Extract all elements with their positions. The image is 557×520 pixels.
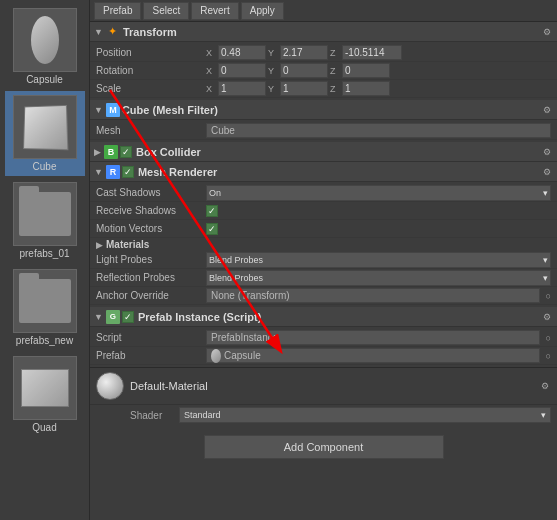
asset-cube[interactable]: Cube — [5, 91, 85, 176]
transform-settings-icon[interactable]: ⚙ — [541, 27, 553, 37]
add-component-button[interactable]: Add Component — [204, 435, 444, 459]
receive-shadows-check[interactable] — [206, 205, 218, 217]
apply-button[interactable]: Apply — [241, 2, 284, 20]
anchor-circle-icon[interactable]: ○ — [546, 291, 551, 301]
script-ref-field[interactable]: PrefabInstance — [206, 330, 540, 345]
y-axis-label: Y — [268, 48, 278, 58]
materials-arrow: ▶ — [96, 240, 103, 250]
prefab-instance-controls: ⚙ — [541, 312, 553, 322]
prefabs-new-thumbnail — [13, 269, 77, 333]
reflection-probes-dropdown[interactable]: Blend Probes ▾ — [206, 270, 551, 286]
shader-arrow: ▾ — [541, 410, 546, 420]
anchor-override-field[interactable]: None (Transform) — [206, 288, 540, 303]
reflection-probes-text: Blend Probes — [209, 273, 263, 283]
asset-prefabs-01[interactable]: prefabs_01 — [5, 178, 85, 263]
scale-x[interactable] — [218, 81, 266, 96]
mesh-filter-title: Cube (Mesh Filter) — [122, 104, 541, 116]
select-button[interactable]: Select — [143, 2, 189, 20]
transform-header[interactable]: ▼ ✦ Transform ⚙ — [90, 22, 557, 42]
prefab-circle-icon[interactable]: ○ — [546, 351, 551, 361]
components-scroll-area[interactable]: ▼ ✦ Transform ⚙ Position X Y Z — [90, 22, 557, 520]
prefab-instance-title: Prefab Instance (Script) — [138, 311, 541, 323]
mesh-renderer-arrow: ▼ — [94, 167, 103, 177]
transform-body: Position X Y Z Rotation X Y — [90, 42, 557, 100]
mesh-renderer-component: ▼ R Mesh Renderer ⚙ Cast Shadows On ▾ — [90, 162, 557, 307]
mesh-filter-settings-icon[interactable]: ⚙ — [541, 105, 553, 115]
box-collider-enable[interactable] — [120, 146, 132, 158]
prefab-instance-header[interactable]: ▼ G Prefab Instance (Script) ⚙ — [90, 307, 557, 327]
material-settings-icon[interactable]: ⚙ — [539, 381, 551, 391]
material-name: Default-Material — [130, 380, 208, 392]
rotation-z[interactable] — [342, 63, 390, 78]
material-info: Default-Material — [130, 380, 533, 392]
box-collider-title: Box Collider — [136, 146, 541, 158]
asset-prefabs-new[interactable]: prefabs_new — [5, 265, 85, 350]
mesh-renderer-enable[interactable] — [122, 166, 134, 178]
materials-label: Materials — [106, 239, 216, 250]
position-y[interactable] — [280, 45, 328, 60]
inspector-toolbar: Prefab Select Revert Apply — [90, 0, 557, 22]
mesh-filter-controls: ⚙ — [541, 105, 553, 115]
mesh-renderer-header[interactable]: ▼ R Mesh Renderer ⚙ — [90, 162, 557, 182]
scale-z[interactable] — [342, 81, 390, 96]
motion-vectors-label: Motion Vectors — [96, 223, 206, 234]
box-collider-header[interactable]: ▶ B Box Collider ⚙ — [90, 142, 557, 162]
anchor-override-row: Anchor Override None (Transform) ○ — [90, 287, 557, 305]
prefabs01-icon — [19, 192, 71, 236]
rx-label: X — [206, 66, 216, 76]
anchor-override-value: None (Transform) ○ — [206, 288, 551, 303]
mesh-renderer-title: Mesh Renderer — [138, 166, 541, 178]
cube-label: Cube — [33, 161, 57, 172]
box-collider-settings-icon[interactable]: ⚙ — [541, 147, 553, 157]
mesh-ref-field[interactable]: Cube — [206, 123, 551, 138]
shader-dropdown[interactable]: Standard ▾ — [179, 407, 551, 423]
cast-shadows-dropdown[interactable]: On ▾ — [206, 185, 551, 201]
asset-quad[interactable]: Quad — [5, 352, 85, 437]
prefab-ref-value: Capsule ○ — [206, 348, 551, 363]
prefab-instance-arrow: ▼ — [94, 312, 103, 322]
material-row: Default-Material ⚙ — [90, 368, 557, 405]
transform-title: Transform — [123, 26, 541, 38]
transform-collapse-arrow: ▼ — [94, 27, 103, 37]
prefab-instance-body: Script PrefabInstance ○ Prefab Capsule — [90, 327, 557, 367]
transform-component: ▼ ✦ Transform ⚙ Position X Y Z — [90, 22, 557, 100]
cube-icon — [23, 105, 68, 150]
revert-button[interactable]: Revert — [191, 2, 238, 20]
scale-y[interactable] — [280, 81, 328, 96]
materials-subheader[interactable]: ▶ Materials — [90, 238, 557, 251]
rotation-x[interactable] — [218, 63, 266, 78]
mesh-filter-header[interactable]: ▼ M Cube (Mesh Filter) ⚙ — [90, 100, 557, 120]
shader-row: Shader Standard ▾ — [90, 405, 557, 427]
receive-shadows-value — [206, 205, 551, 217]
light-probes-dropdown[interactable]: Blend Probes ▾ — [206, 252, 551, 268]
motion-vectors-check[interactable] — [206, 223, 218, 235]
cast-shadows-value: On ▾ — [206, 185, 551, 201]
capsule-label: Capsule — [26, 74, 63, 85]
prefab-capsule-icon — [211, 349, 221, 363]
mesh-renderer-settings-icon[interactable]: ⚙ — [541, 167, 553, 177]
reflection-probes-value: Blend Probes ▾ — [206, 270, 551, 286]
script-circle-icon[interactable]: ○ — [546, 333, 551, 343]
prefab-instance-settings-icon[interactable]: ⚙ — [541, 312, 553, 322]
cast-shadows-text: On — [209, 188, 221, 198]
script-label: Script — [96, 332, 206, 343]
rotation-y[interactable] — [280, 63, 328, 78]
mesh-renderer-body: Cast Shadows On ▾ Receive Shadows — [90, 182, 557, 307]
mesh-value: Cube — [206, 123, 551, 138]
anchor-override-label: Anchor Override — [96, 290, 206, 301]
position-x[interactable] — [218, 45, 266, 60]
prefab-button[interactable]: Prefab — [94, 2, 141, 20]
box-collider-arrow: ▶ — [94, 147, 101, 157]
prefab-ref-field[interactable]: Capsule — [206, 348, 540, 363]
mesh-row: Mesh Cube — [90, 122, 557, 140]
prefab-instance-enable[interactable] — [122, 311, 134, 323]
ry-label: Y — [268, 66, 278, 76]
receive-shadows-label: Receive Shadows — [96, 205, 206, 216]
position-row: Position X Y Z — [90, 44, 557, 62]
asset-capsule[interactable]: Capsule — [5, 4, 85, 89]
script-ref-text: PrefabInstance — [211, 332, 278, 343]
scale-label: Scale — [96, 83, 206, 94]
motion-vectors-row: Motion Vectors — [90, 220, 557, 238]
receive-shadows-row: Receive Shadows — [90, 202, 557, 220]
position-z[interactable] — [342, 45, 402, 60]
